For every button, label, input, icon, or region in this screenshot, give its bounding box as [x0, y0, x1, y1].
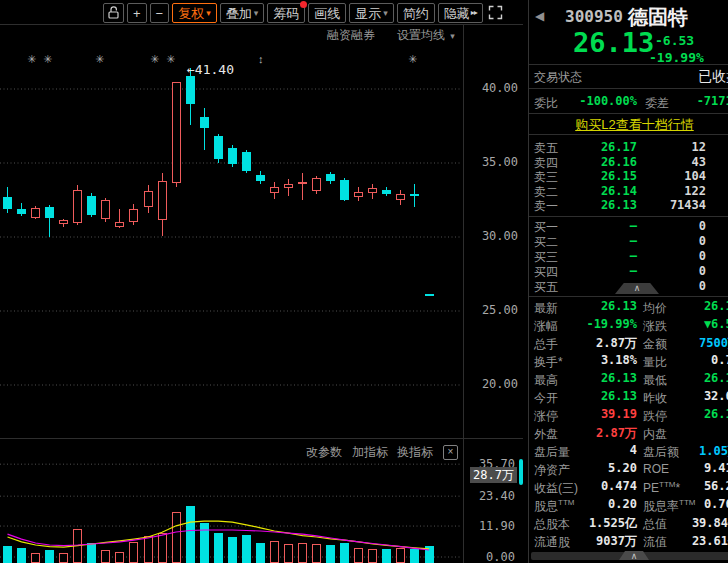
bid-qty: 0	[639, 219, 706, 233]
stat-value: 3.18%	[557, 353, 637, 367]
price-axis-tick: 30.00	[463, 229, 518, 243]
stat-value: 56.24	[659, 479, 728, 493]
price-axis-tick: 25.00	[463, 303, 518, 317]
volume-bar	[425, 546, 434, 563]
fullscreen-button[interactable]	[486, 3, 505, 23]
candle	[284, 184, 293, 188]
ask-price: 26.13	[557, 198, 637, 212]
candle	[270, 187, 279, 194]
candle	[425, 294, 434, 296]
stock-code: 300950	[565, 7, 623, 26]
volume-value-badge: 28.7万	[470, 467, 517, 483]
candle	[172, 82, 181, 183]
volume-bar	[45, 550, 54, 563]
volume-axis-tick: 23.40	[463, 489, 515, 503]
stat-value: 0.76%	[659, 497, 728, 511]
candle	[144, 191, 153, 207]
volume-axis-tick: 0.00	[463, 550, 515, 563]
stat-value: 26.13	[557, 371, 637, 385]
volume-bar	[87, 543, 96, 563]
stat-label: 涨幅	[534, 318, 558, 335]
candle	[326, 174, 335, 181]
ask-qty: 43	[639, 155, 706, 169]
volume-bar	[256, 543, 265, 563]
bid-price: —	[557, 234, 637, 248]
candle	[59, 220, 68, 224]
volume-bar	[101, 550, 110, 563]
bid-qty: 0	[639, 264, 706, 278]
volume-bar	[31, 553, 40, 563]
stat-value: 0.474	[557, 479, 637, 493]
candle	[340, 180, 349, 200]
volume-bar	[242, 535, 251, 563]
divider	[529, 216, 728, 217]
candle	[115, 222, 124, 227]
candle	[73, 190, 82, 223]
stat-value: 26.13	[557, 299, 637, 313]
volume-bar	[284, 544, 293, 563]
volume-bar	[200, 523, 209, 563]
volume-bar	[312, 544, 321, 563]
stat-value: 39.84亿	[659, 515, 728, 532]
l2-quote-link[interactable]: 购买L2查看十档行情	[529, 116, 728, 134]
volume-bar	[129, 542, 138, 563]
back-arrow-icon[interactable]: ◀	[535, 9, 544, 23]
candle-wick	[204, 108, 205, 149]
stat-value: ▼6.53	[659, 317, 728, 331]
volume-bar	[186, 506, 195, 563]
stat-value: 1.525亿	[557, 515, 637, 532]
candle	[256, 175, 265, 181]
volume-axis-tick: 11.90	[463, 519, 515, 533]
candle	[382, 190, 391, 194]
stat-value: 32.66	[659, 389, 728, 403]
volume-bar	[214, 533, 223, 563]
stat-value: 0.20	[557, 497, 637, 511]
volume-bar	[228, 537, 237, 563]
bid-qty: 0	[639, 249, 706, 263]
volume-bar	[59, 553, 68, 563]
stat-value: 39.19	[557, 407, 637, 421]
ask-qty: 71434	[639, 198, 706, 212]
weicha-value: -71715	[659, 94, 728, 108]
candle	[354, 192, 363, 197]
candle	[298, 182, 307, 184]
stat-value: 2.87万	[557, 425, 637, 442]
ask-qty: 12	[639, 140, 706, 154]
stat-value: -19.99%	[557, 317, 637, 331]
stat-value: 0.78	[659, 353, 728, 367]
volume-bar	[298, 543, 307, 563]
bid-price: —	[557, 249, 637, 263]
stat-value: 26.13	[659, 407, 728, 421]
volume-bar	[326, 545, 335, 563]
volume-bar	[270, 541, 279, 563]
candle	[158, 181, 167, 220]
volume-bar	[158, 533, 167, 563]
stat-value: 0	[659, 425, 728, 439]
high-price-annotation: ←41.40	[187, 62, 234, 77]
volume-bar	[144, 536, 153, 563]
ask-qty: 122	[639, 184, 706, 198]
candle	[200, 117, 209, 128]
volume-bar	[410, 549, 419, 563]
divider	[529, 113, 728, 114]
candlestick-chart[interactable]	[0, 0, 463, 563]
ask-price: 26.14	[557, 184, 637, 198]
stat-value: 26.13	[557, 389, 637, 403]
trade-status-value: 已收盘	[660, 68, 728, 86]
volume-bar	[340, 543, 349, 563]
candle	[3, 197, 12, 209]
stat-value: 7500万	[659, 335, 728, 352]
price-change-pct: -19.99%	[649, 50, 704, 65]
volume-bar	[17, 548, 26, 563]
candle	[129, 209, 138, 222]
candle	[410, 194, 419, 196]
volume-bar	[354, 548, 363, 563]
stat-value: 26.13	[659, 371, 728, 385]
divider	[529, 88, 728, 89]
volume-bar	[172, 512, 181, 563]
stat-value: 4	[557, 443, 637, 457]
scrollbar-thumb[interactable]	[519, 459, 523, 485]
stat-value: 9037万	[557, 533, 637, 550]
ask-price: 26.16	[557, 155, 637, 169]
candle	[31, 208, 40, 218]
